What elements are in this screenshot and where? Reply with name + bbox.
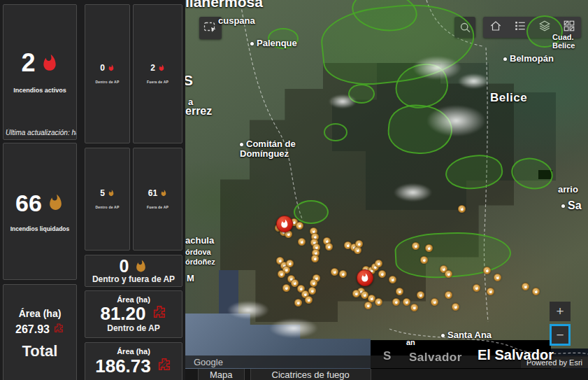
liq-outside-label: Fuera de AP: [147, 205, 168, 209]
liquidated-fire-marker[interactable]: [296, 222, 303, 230]
liquidated-fires-card: 66 Incendios liquidados: [3, 143, 77, 280]
active-fires-card: 2 Incendios activos Última actualización…: [3, 4, 77, 140]
liquidated-fires-value: 66: [15, 191, 42, 215]
liquidated-fire-marker[interactable]: [375, 260, 382, 267]
fire-icon: [108, 190, 115, 197]
liquidated-fire-marker[interactable]: [458, 205, 466, 213]
active-fires-value: 2: [21, 50, 35, 76]
cloud: [269, 318, 318, 338]
active-inside-label: Dentro de AP: [96, 80, 120, 84]
liq-inside-label: Dentro de AP: [96, 205, 120, 209]
cloud: [394, 183, 432, 202]
liquidated-fire-marker[interactable]: [378, 270, 386, 278]
inside-outside-label: Dentro y fuera de AP: [92, 274, 175, 284]
liquidated-fire-marker[interactable]: [308, 287, 316, 295]
cloud: [458, 73, 489, 89]
map-label: Belice: [490, 91, 527, 105]
liquidated-fire-marker[interactable]: [417, 291, 424, 299]
liquidated-fire-marker[interactable]: [331, 268, 338, 276]
liquidated-fire-marker[interactable]: [452, 303, 459, 311]
liquidated-fire-marker[interactable]: [305, 296, 313, 304]
map-label: arrio: [558, 184, 578, 195]
zoom-in-button[interactable]: +: [550, 302, 571, 321]
place-dot: [240, 143, 243, 146]
liquidated-fire-marker[interactable]: [483, 267, 491, 274]
liquidated-fire-marker[interactable]: [392, 298, 400, 306]
liq-outside-value: 61: [148, 189, 157, 197]
liquidated-fire-marker[interactable]: [282, 284, 290, 292]
liq-inside-ap-card: 5 Dentro de AP: [85, 148, 130, 251]
liquidated-fire-marker[interactable]: [339, 270, 347, 278]
fire-icon: [108, 64, 115, 71]
tab-cicatrices-de-fuego[interactable]: Cicatrices de fuego: [250, 369, 371, 380]
place-dot: [250, 42, 254, 45]
protected-area-polygon: [324, 123, 347, 141]
cloud: [426, 105, 486, 136]
liquidated-fire-marker[interactable]: [396, 288, 403, 295]
view-tabbar: Mapa Cicatrices de fuego: [185, 369, 588, 380]
active-outside-label: Fuera de AP: [147, 80, 168, 84]
liquidated-fire-marker[interactable]: [355, 240, 363, 248]
active-fire-marker[interactable]: [357, 269, 373, 286]
map-label: Belice: [552, 41, 575, 50]
liquidated-fire-marker[interactable]: [425, 244, 433, 252]
liquidated-fire-marker[interactable]: [278, 270, 285, 278]
burn-scar-icon: [152, 304, 167, 323]
liquidated-fire-marker[interactable]: [473, 284, 480, 292]
liquidated-fire-marker[interactable]: [364, 302, 372, 309]
liquidated-fire-marker[interactable]: [311, 255, 319, 262]
liquidated-fire-marker[interactable]: [445, 291, 452, 299]
liquidated-fire-marker[interactable]: [310, 279, 317, 287]
liquidated-fire-marker[interactable]: [352, 290, 360, 297]
place-dot: [503, 57, 507, 61]
liquidated-fire-marker[interactable]: [389, 276, 396, 283]
last-update-text: Última actualización: ha: [3, 129, 76, 136]
liquidated-fire-marker[interactable]: [522, 283, 529, 290]
place-dot: [441, 334, 445, 337]
map-label: S: [383, 349, 392, 363]
map-label: errez: [185, 105, 212, 118]
legend-icon: [514, 20, 526, 35]
map-label: Santa Ana: [441, 330, 492, 340]
fire-icon: [41, 54, 59, 72]
liquidated-fire-marker[interactable]: [494, 274, 501, 281]
area-outside-value: 186.73: [95, 357, 151, 375]
fire-icon: [47, 194, 64, 211]
map-label: M: [187, 273, 194, 283]
liquidated-fire-marker[interactable]: [298, 238, 306, 246]
tab-mapa[interactable]: Mapa: [198, 369, 245, 380]
liquidated-fire-marker[interactable]: [410, 304, 418, 311]
liquidated-fire-marker[interactable]: [445, 270, 452, 278]
liq-inside-value: 5: [100, 189, 105, 197]
protected-area-polygon: [294, 200, 329, 224]
liquidated-fire-marker[interactable]: [532, 288, 540, 295]
area-inside-value: 81.20: [100, 304, 145, 323]
liquidated-fire-marker[interactable]: [431, 298, 438, 306]
liquidated-fire-marker[interactable]: [487, 288, 494, 295]
fire-dashboard: 2 Incendios activos Última actualización…: [0, 0, 588, 380]
area-total-value: 267.93: [15, 324, 50, 335]
liquidated-fire-marker[interactable]: [325, 243, 333, 251]
liq-outside-ap-card: 61 Fuera de AP: [133, 148, 182, 251]
map-canvas[interactable]: + − Google Powered by Esri llahermosacus…: [185, 0, 588, 369]
area-total-label: Total: [22, 342, 58, 360]
google-attribution: Google: [185, 357, 223, 367]
cloud: [227, 301, 269, 319]
home-button[interactable]: [483, 17, 508, 38]
liquidated-fire-marker[interactable]: [375, 298, 382, 306]
liquidated-fire-marker[interactable]: [412, 242, 420, 250]
liquidated-fire-marker[interactable]: [286, 260, 294, 267]
map-label: llahermosa: [185, 0, 263, 10]
active-outside-value: 2: [150, 64, 155, 72]
map-label: Palenque: [250, 38, 297, 48]
active-fire-marker[interactable]: [276, 216, 293, 232]
liquidated-fire-marker[interactable]: [420, 256, 428, 264]
fire-icon: [160, 190, 167, 197]
liquidated-fire-marker[interactable]: [403, 298, 410, 306]
map-label: Salvador: [409, 351, 462, 365]
inside-outside-ap-card: 0 Dentro y fuera de AP: [85, 255, 182, 287]
burn-scar-icon: [157, 357, 172, 375]
map-label: El Salvador: [478, 347, 554, 363]
liquidated-fire-marker[interactable]: [294, 299, 302, 307]
zoom-out-button[interactable]: −: [550, 324, 571, 346]
